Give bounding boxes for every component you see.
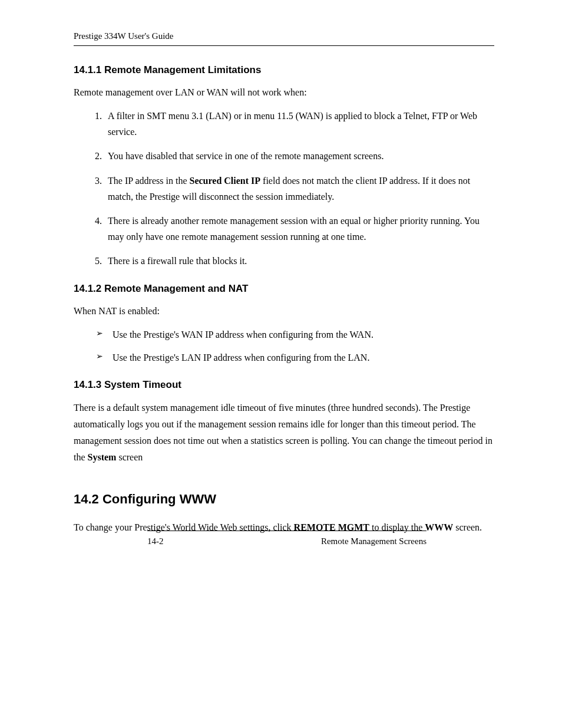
list-item: There is a firewall rule that blocks it. (104, 253, 494, 269)
heading-14-1-1: 14.1.1 Remote Management Limitations (74, 62, 494, 78)
list-14-1-1: A filter in SMT menu 3.1 (LAN) or in men… (74, 108, 494, 269)
page: Prestige 334W User's Guide 14.1.1 Remote… (74, 29, 494, 678)
text: The IP address in the (108, 176, 189, 186)
list-item: You have disabled that service in one of… (104, 148, 494, 164)
paragraph-14-1-3: There is a default system management idl… (74, 400, 494, 466)
list-item: Use the Prestige's WAN IP address when c… (96, 327, 494, 342)
text: screen. (453, 522, 482, 532)
list-item: There is already another remote manageme… (104, 213, 494, 245)
page-number: 14-2 (147, 535, 164, 548)
list-item: The IP address in the Secured Client IP … (104, 173, 494, 205)
list-14-1-2: Use the Prestige's WAN IP address when c… (74, 327, 494, 365)
footer-label: Remote Management Screens (321, 535, 427, 548)
heading-14-1-3: 14.1.3 System Timeout (74, 377, 494, 393)
bold-text: Secured Client IP (189, 176, 260, 186)
bold-text: System (88, 452, 117, 462)
bold-text: WWW (425, 522, 453, 532)
list-item: A filter in SMT menu 3.1 (LAN) or in men… (104, 108, 494, 140)
heading-14-1-2: 14.1.2 Remote Management and NAT (74, 281, 494, 297)
heading-14-2: 14.2 Configuring WWW (74, 489, 494, 509)
list-item: Use the Prestige's LAN IP address when c… (96, 350, 494, 365)
running-header: Prestige 334W User's Guide (74, 29, 494, 46)
page-footer: 14-2 Remote Management Screens (147, 531, 427, 548)
intro-14-1-1: Remote management over LAN or WAN will n… (74, 84, 494, 101)
text: screen (116, 452, 143, 462)
intro-14-1-2: When NAT is enabled: (74, 303, 494, 319)
